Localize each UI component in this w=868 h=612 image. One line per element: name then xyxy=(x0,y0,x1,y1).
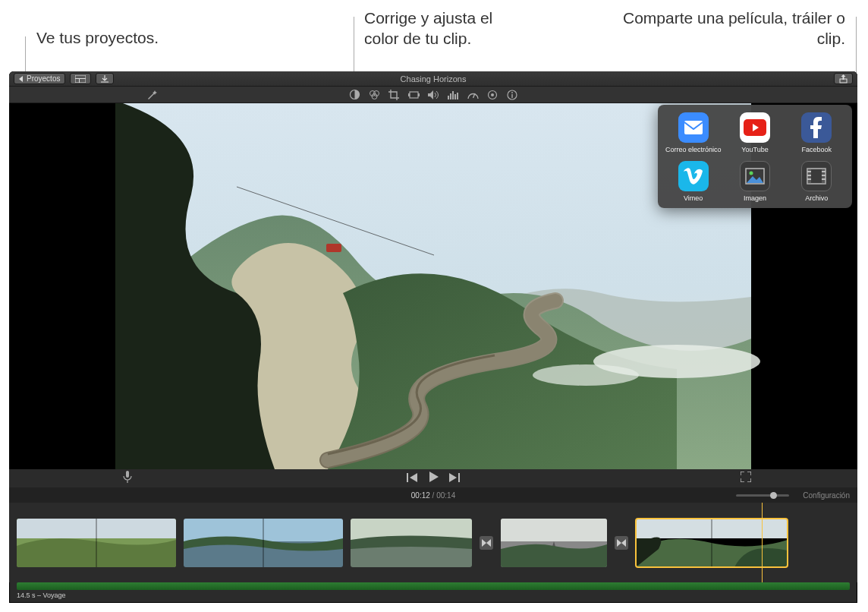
timeline[interactable] xyxy=(9,503,857,582)
playback-controls xyxy=(9,469,857,487)
titlebar: Proyectos Chasing Horizons xyxy=(9,71,857,87)
callout-color: Corrige y ajusta el color de tu clip. xyxy=(364,8,531,49)
share-label: Correo electrónico xyxy=(665,146,722,153)
svg-rect-1 xyxy=(75,78,86,79)
stabilize-icon[interactable] xyxy=(407,89,420,101)
settings-button[interactable]: Configuración xyxy=(803,491,850,500)
audio-track[interactable] xyxy=(17,582,850,590)
share-vimeo[interactable]: Vimeo xyxy=(662,161,724,202)
transition-icon[interactable] xyxy=(480,536,493,550)
filters-icon[interactable] xyxy=(486,89,498,101)
svg-point-17 xyxy=(491,93,494,96)
share-file[interactable]: Archivo xyxy=(786,161,848,202)
share-image[interactable]: Imagen xyxy=(724,161,785,202)
share-label: Vimeo xyxy=(684,194,703,202)
svg-rect-39 xyxy=(822,178,826,180)
adjustment-toolbar xyxy=(9,87,857,103)
color-correction-icon[interactable] xyxy=(368,89,380,101)
share-label: Facebook xyxy=(802,146,832,153)
audio-label: 14.5 s – Voyage xyxy=(9,590,857,601)
svg-rect-48 xyxy=(263,519,264,567)
projects-button[interactable]: Proyectos xyxy=(14,73,65,84)
svg-rect-2 xyxy=(79,78,80,83)
svg-rect-35 xyxy=(807,175,811,176)
share-label: Imagen xyxy=(744,194,766,202)
svg-rect-52 xyxy=(501,519,607,541)
share-popover: Correo electrónico YouTube Facebook Vime… xyxy=(658,105,852,208)
info-icon[interactable] xyxy=(506,89,518,101)
fullscreen-button[interactable] xyxy=(741,472,751,485)
svg-rect-24 xyxy=(326,244,341,252)
color-balance-icon[interactable] xyxy=(348,89,360,101)
window-title: Chasing Horizons xyxy=(401,74,467,84)
projects-label: Proyectos xyxy=(27,74,60,83)
svg-rect-27 xyxy=(684,121,703,134)
svg-rect-41 xyxy=(407,473,408,482)
volume-icon[interactable] xyxy=(427,89,439,101)
svg-rect-8 xyxy=(410,92,418,98)
equalizer-icon[interactable] xyxy=(447,89,459,101)
crop-icon[interactable] xyxy=(388,89,400,101)
svg-point-30 xyxy=(749,172,753,175)
magic-wand-icon[interactable] xyxy=(146,89,158,101)
share-label: YouTube xyxy=(741,146,768,153)
voiceover-button[interactable] xyxy=(123,471,132,486)
import-button[interactable] xyxy=(96,73,114,84)
clip-2[interactable] xyxy=(184,519,343,567)
svg-point-26 xyxy=(533,364,639,386)
speed-icon[interactable] xyxy=(467,89,479,101)
clip-4[interactable] xyxy=(501,519,607,567)
prev-frame-button[interactable] xyxy=(407,472,417,485)
share-youtube[interactable]: YouTube xyxy=(724,112,785,153)
callout-line xyxy=(25,36,26,74)
svg-point-20 xyxy=(511,92,513,93)
share-email[interactable]: Correo electrónico xyxy=(662,112,724,153)
zoom-slider[interactable] xyxy=(736,494,789,497)
svg-rect-42 xyxy=(458,473,460,482)
svg-rect-36 xyxy=(807,178,811,180)
imovie-window: Proyectos Chasing Horizons xyxy=(9,71,857,603)
share-button[interactable] xyxy=(834,73,853,84)
preview-viewer[interactable]: Correo electrónico YouTube Facebook Vime… xyxy=(9,103,857,469)
svg-rect-19 xyxy=(511,94,512,98)
callout-projects: Ve tus proyectos. xyxy=(36,27,159,48)
transition-icon[interactable] xyxy=(615,536,628,550)
share-facebook[interactable]: Facebook xyxy=(786,112,848,153)
playhead[interactable] xyxy=(762,503,763,582)
callout-share: Comparte una película, tráiler o clip. xyxy=(618,8,845,49)
callout-line xyxy=(856,17,857,74)
svg-rect-12 xyxy=(450,93,451,99)
clip-1[interactable] xyxy=(17,519,176,567)
play-button[interactable] xyxy=(428,472,439,485)
clip-3[interactable] xyxy=(351,519,472,567)
svg-point-7 xyxy=(372,94,377,99)
next-frame-button[interactable] xyxy=(449,472,460,485)
svg-point-6 xyxy=(373,91,379,96)
svg-rect-13 xyxy=(452,91,454,99)
svg-rect-38 xyxy=(822,175,826,176)
svg-rect-15 xyxy=(457,93,458,99)
share-label: Archivo xyxy=(805,194,828,202)
time-bar: 00:12 / 00:14 Configuración xyxy=(9,487,857,503)
svg-rect-34 xyxy=(807,171,811,172)
time-display: 00:12 / 00:14 xyxy=(411,491,455,500)
svg-rect-45 xyxy=(96,519,97,567)
svg-rect-9 xyxy=(408,93,410,96)
svg-rect-10 xyxy=(418,93,420,96)
svg-rect-55 xyxy=(711,519,712,567)
svg-rect-14 xyxy=(454,94,456,99)
svg-rect-11 xyxy=(448,96,449,99)
svg-rect-40 xyxy=(126,471,129,478)
clip-5-selected[interactable] xyxy=(636,519,788,567)
svg-rect-37 xyxy=(822,171,826,172)
media-library-button[interactable] xyxy=(70,73,91,84)
